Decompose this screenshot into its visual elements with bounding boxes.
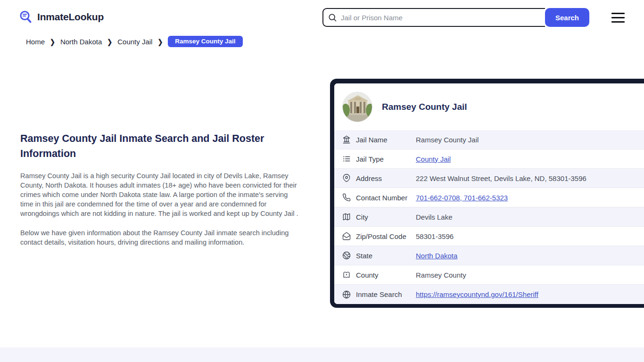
breadcrumb: Home ❯ North Dakota ❯ County Jail ❯ Rams… (26, 36, 243, 47)
globe-icon (342, 290, 351, 299)
bank-icon (342, 135, 351, 144)
jail-info-card: Ramsey County Jail Jail Name Ramsey Coun… (330, 79, 644, 308)
row-label: County (356, 271, 416, 279)
row-label: Address (356, 174, 416, 182)
breadcrumb-jail-type[interactable]: County Jail (117, 38, 152, 46)
breadcrumb-current-badge[interactable]: Ramsey County Jail (168, 36, 242, 47)
search-bar: Search (322, 8, 589, 27)
jail-card-title: Ramsey County Jail (382, 102, 467, 112)
table-row-jail-name: Jail Name Ramsey County Jail (334, 130, 644, 149)
info-paragraph: Below we have given information about th… (20, 228, 299, 247)
county-map-icon (342, 271, 351, 279)
page: InmateLookup Search Home ❯ North Dakota … (0, 0, 644, 362)
breadcrumb-home[interactable]: Home (26, 38, 45, 46)
row-value: 58301-3596 (416, 232, 454, 240)
table-row-contact-number: Contact Number 701-662-0708, 701-662-532… (334, 188, 644, 207)
list-icon (342, 155, 351, 163)
brand-name: InmateLookup (37, 11, 104, 23)
brand-logo[interactable]: InmateLookup (19, 10, 104, 24)
row-label: State (356, 252, 416, 260)
footer-strip (0, 347, 644, 362)
row-label: City (356, 213, 416, 221)
search-input[interactable] (337, 9, 545, 26)
breadcrumb-state[interactable]: North Dakota (60, 38, 102, 46)
table-row-jail-type: Jail Type County Jail (334, 149, 644, 169)
page-title: Ramsey County Jail Inmate Search and Jai… (20, 131, 299, 161)
search-button[interactable]: Search (545, 8, 589, 27)
row-label: Zip/Postal Code (356, 232, 416, 240)
map-icon (342, 213, 351, 221)
table-row-city: City Devils Lake (334, 207, 644, 227)
table-row-state: State North Dakota (334, 246, 644, 265)
jail-card-header: Ramsey County Jail (334, 83, 644, 130)
row-label: Jail Name (356, 136, 416, 144)
map-pin-icon (342, 174, 351, 182)
row-value: Devils Lake (416, 213, 453, 221)
row-label: Contact Number (356, 194, 416, 202)
table-row-inmate-search: Inmate Search https://ramseycountynd.gov… (334, 285, 644, 304)
jail-type-link[interactable]: County Jail (416, 155, 451, 163)
row-value: 222 West Walnut Street, Devils Lake, ND,… (416, 174, 586, 182)
chevron-right-icon: ❯ (157, 37, 163, 45)
chevron-right-icon: ❯ (107, 37, 112, 45)
inmate-search-link[interactable]: https://ramseycountynd.gov/161/Sheriff (416, 290, 538, 298)
phone-icon (342, 193, 351, 202)
table-row-zip: Zip/Postal Code 58301-3596 (334, 227, 644, 246)
jail-photo (342, 92, 372, 122)
magnifier-lines-icon (19, 10, 33, 24)
state-link[interactable]: North Dakota (416, 252, 457, 260)
row-value: Ramsey County Jail (416, 136, 479, 144)
table-row-address: Address 222 West Walnut Street, Devils L… (334, 169, 644, 188)
mail-open-icon (342, 232, 351, 240)
intro-paragraph: Ramsey County Jail is a high security Co… (20, 171, 299, 218)
menu-icon[interactable] (611, 13, 625, 23)
row-label: Jail Type (356, 155, 416, 163)
search-icon (328, 13, 337, 22)
article: Ramsey County Jail Inmate Search and Jai… (20, 131, 299, 247)
earth-icon (342, 251, 351, 260)
row-label: Inmate Search (356, 290, 416, 298)
contact-number-link[interactable]: 701-662-0708, 701-662-5323 (416, 194, 508, 202)
chevron-right-icon: ❯ (50, 37, 55, 45)
search-field-container (322, 8, 545, 27)
table-row-county: County Ramsey County (334, 265, 644, 285)
row-value: Ramsey County (416, 271, 466, 279)
